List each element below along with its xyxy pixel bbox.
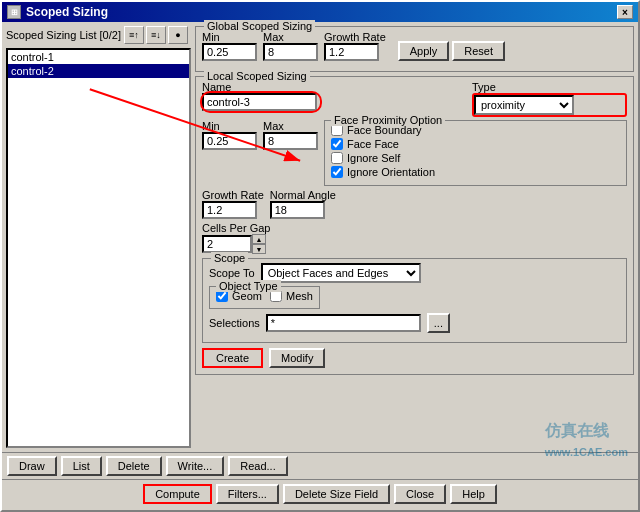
list-button[interactable]: List [61,456,102,476]
local-sizing-group: Local Scoped Sizing Name Type [195,76,634,375]
ignore-orientation-row: Ignore Orientation [331,166,620,178]
growth-rate-label: Growth Rate [202,189,264,201]
filters-button[interactable]: Filters... [216,484,279,504]
right-panel: Global Scoped Sizing Min Max [195,26,634,448]
sort-desc-button[interactable]: ≡↓ [146,26,166,44]
normal-angle-input[interactable] [270,201,325,219]
global-growth-rate-input[interactable] [324,43,379,61]
write-button[interactable]: Write... [166,456,225,476]
global-growth-rate-label: Growth Rate [324,31,386,43]
window-title: Scoped Sizing [26,5,108,19]
mesh-label: Mesh [286,290,313,302]
local-name-label: Name [202,81,466,93]
list-item-control-1[interactable]: control-1 [8,50,189,64]
global-sizing-label: Global Scoped Sizing [204,20,315,32]
title-bar: ⊞ Scoped Sizing × [2,2,638,22]
global-max-label: Max [263,31,318,43]
ignore-orientation-label: Ignore Orientation [347,166,435,178]
scope-label: Scope [211,252,248,264]
main-window: ⊞ Scoped Sizing × Scoped Sizing List [0/… [0,0,640,512]
create-button[interactable]: Create [202,348,263,368]
list-header: Scoped Sizing List [0/2] ≡↑ ≡↓ ● [6,26,191,44]
face-face-label: Face Face [347,138,399,150]
close-button[interactable]: × [617,5,633,19]
delete-size-field-button[interactable]: Delete Size Field [283,484,390,504]
local-min-input[interactable] [202,132,257,150]
apply-button[interactable]: Apply [398,41,450,61]
local-max-label: Max [263,120,318,132]
face-face-row: Face Face [331,138,620,150]
scope-to-label: Scope To [209,267,255,279]
bottom-toolbar: Draw List Delete Write... Read... [2,452,638,479]
compute-button[interactable]: Compute [143,484,212,504]
local-sizing-label: Local Scoped Sizing [204,70,310,82]
normal-angle-label: Normal Angle [270,189,336,201]
local-type-label: Type [472,81,627,93]
global-min-label: Min [202,31,257,43]
face-face-checkbox[interactable] [331,138,343,150]
local-max-input[interactable] [263,132,318,150]
type-select-wrapper: proximity body of influence curvature fi… [472,93,627,117]
list-item-control-2[interactable]: control-2 [8,64,189,78]
options-button[interactable]: ● [168,26,188,44]
list-toolbar: ≡↑ ≡↓ ● [124,26,188,44]
scope-group: Scope Scope To Object Faces and Edges Ob… [202,258,627,343]
sort-asc-button[interactable]: ≡↑ [124,26,144,44]
ignore-self-row: Ignore Self [331,152,620,164]
spinner-up[interactable]: ▲ [252,234,266,244]
ignore-self-label: Ignore Self [347,152,400,164]
read-button[interactable]: Read... [228,456,287,476]
browse-button[interactable]: ... [427,313,450,333]
global-min-input[interactable] [202,43,257,61]
main-area: Scoped Sizing List [0/2] ≡↑ ≡↓ ● control… [2,22,638,452]
reset-button[interactable]: Reset [452,41,505,61]
help-button[interactable]: Help [450,484,497,504]
ignore-orientation-checkbox[interactable] [331,166,343,178]
list-header-label: Scoped Sizing List [0/2] [6,29,121,41]
cells-per-gap-label: Cells Per Gap [202,222,627,234]
spinner-buttons: ▲ ▼ [252,234,266,254]
local-min-label: Min [202,120,257,132]
cells-per-gap-input[interactable] [202,235,252,253]
global-max-input[interactable] [263,43,318,61]
selections-input[interactable] [266,314,421,332]
selections-label: Selections [209,317,260,329]
ignore-self-checkbox[interactable] [331,152,343,164]
object-type-label: Object Type [216,280,281,292]
left-panel: Scoped Sizing List [0/2] ≡↑ ≡↓ ● control… [6,26,191,448]
type-select[interactable]: proximity body of influence curvature fi… [474,95,574,115]
delete-button[interactable]: Delete [106,456,162,476]
modify-button[interactable]: Modify [269,348,325,368]
proximity-option-label: Face Proximity Option [331,114,445,126]
draw-button[interactable]: Draw [7,456,57,476]
scope-to-select[interactable]: Object Faces and Edges Object Faces Obje… [261,263,421,283]
global-sizing-group: Global Scoped Sizing Min Max [195,26,634,72]
local-name-input[interactable] [202,93,317,111]
object-type-group: Object Type Geom Mesh [209,286,320,309]
window-content: Scoped Sizing List [0/2] ≡↑ ≡↓ ● control… [2,22,638,508]
scoped-sizing-list[interactable]: control-1 control-2 [6,48,191,448]
cells-per-gap-spinner: ▲ ▼ [202,234,627,254]
growth-rate-input[interactable] [202,201,257,219]
close-dialog-button[interactable]: Close [394,484,446,504]
selections-row: Selections ... [209,313,620,333]
footer-buttons: Compute Filters... Delete Size Field Clo… [2,479,638,508]
spinner-down[interactable]: ▼ [252,244,266,254]
proximity-options-group: Face Proximity Option Face Boundary Face… [324,120,627,186]
window-icon: ⊞ [7,5,21,19]
